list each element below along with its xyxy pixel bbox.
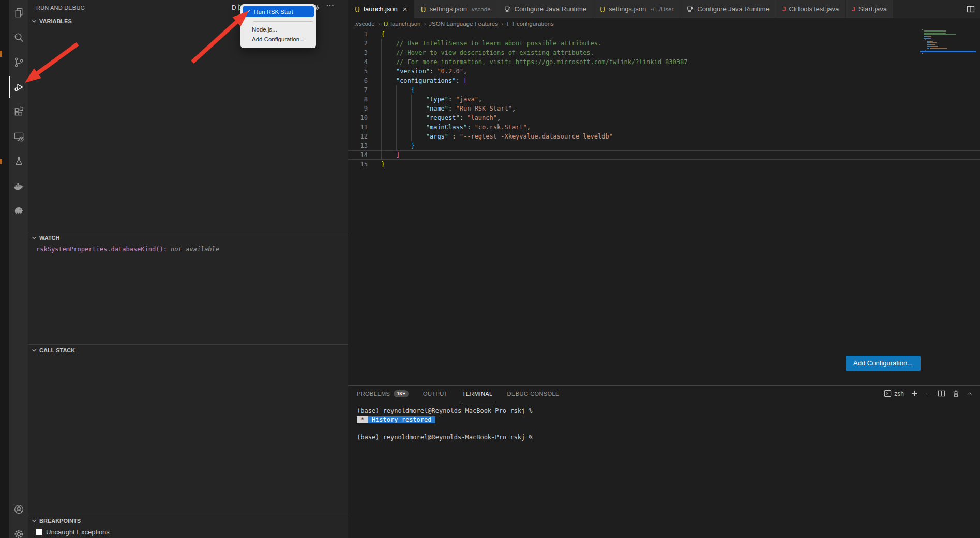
- json-icon: {}: [383, 21, 388, 26]
- activity-item-run-and-debug[interactable]: [9, 74, 28, 99]
- kill-terminal-trash-icon[interactable]: [952, 390, 960, 397]
- gutter-line-number[interactable]: 8: [348, 95, 368, 104]
- watch-section-header[interactable]: WATCH: [28, 232, 348, 243]
- dropdown-item-add-configuration-[interactable]: Add Configuration...: [240, 35, 316, 44]
- panel-tab-debug-console[interactable]: DEBUG CONSOLE: [507, 386, 560, 402]
- manage-icon: [13, 528, 25, 538]
- code-line[interactable]: 3 // Hover to view descriptions of exist…: [348, 48, 980, 57]
- gutter-line-number[interactable]: 2: [348, 39, 368, 48]
- tab-launch-json[interactable]: {}launch.json×: [348, 0, 414, 18]
- breadcrumb-item-launch-json[interactable]: {}launch.json: [383, 21, 420, 27]
- minimap[interactable]: [922, 29, 974, 66]
- gutter-line-number[interactable]: 11: [348, 122, 368, 132]
- activity-item-explorer[interactable]: [9, 0, 28, 25]
- panel-tab-terminal[interactable]: TERMINAL: [462, 386, 493, 402]
- sidebar-title: RUN AND DEBUG: [36, 5, 85, 11]
- uncaught-exceptions-row[interactable]: Uncaught Exceptions: [28, 528, 348, 536]
- tab-settings-json[interactable]: {}settings.json~/.../User: [593, 0, 680, 18]
- config-select-partial-text: D: [232, 4, 236, 11]
- tab-configure-java-runtime[interactable]: Configure Java Runtime: [497, 0, 593, 18]
- gutter-line-number[interactable]: 7: [348, 85, 368, 95]
- edge-mark: [0, 159, 2, 164]
- new-terminal-plus-icon[interactable]: [911, 390, 918, 397]
- minimap-line: [922, 53, 974, 54]
- activity-item-gradle[interactable]: [9, 198, 28, 223]
- code-editor[interactable]: 1{2 // Use IntelliSense to learn about p…: [348, 29, 980, 169]
- add-configuration-button[interactable]: Add Configuration...: [846, 356, 921, 371]
- panel-tab-label: PROBLEMS: [357, 391, 390, 397]
- code-line[interactable]: 8 "type": "java",: [348, 95, 980, 104]
- code-line[interactable]: 7 {: [348, 85, 980, 95]
- more-actions-icon[interactable]: ⋯: [326, 1, 335, 10]
- watch-expression-row[interactable]: rskSystemProperties.databaseKind(): not …: [28, 245, 348, 253]
- breakpoints-section: BREAKPOINTS Uncaught Exceptions: [28, 515, 348, 538]
- tab-label: Configure Java Runtime: [697, 5, 769, 13]
- activity-item-accounts[interactable]: [9, 497, 28, 521]
- code-line[interactable]: 11 "mainClass": "co.rsk.Start",: [348, 122, 980, 132]
- activity-item-search[interactable]: [9, 25, 28, 50]
- gutter-line-number[interactable]: 4: [348, 57, 368, 67]
- gutter-line-number[interactable]: 10: [348, 113, 368, 122]
- code-line[interactable]: 13 }: [348, 141, 980, 150]
- breadcrumb-item--vscode[interactable]: .vscode: [354, 21, 375, 27]
- terminal-text: *: [357, 416, 368, 423]
- minimap-line: [922, 34, 974, 35]
- gutter-line-number[interactable]: 6: [348, 76, 368, 85]
- code-line[interactable]: 4 // For more information, visit: https:…: [348, 57, 980, 67]
- tab-start-java[interactable]: JStart.java: [846, 0, 894, 18]
- activity-item-manage[interactable]: [9, 521, 28, 538]
- gutter-line-number[interactable]: 1: [348, 29, 368, 39]
- code-line[interactable]: 9 "name": "Run RSK Start",: [348, 104, 980, 113]
- code-line[interactable]: 6 "configurations": [: [348, 76, 980, 85]
- activity-item-docker[interactable]: [9, 174, 28, 198]
- terminal-text: (base) reynoldmorel@Reynolds-MacBook-Pro…: [357, 434, 533, 441]
- maximize-panel-chevron-icon[interactable]: [967, 391, 973, 397]
- code-line[interactable]: 14 ]: [348, 150, 980, 160]
- gutter-line-number[interactable]: 14: [348, 150, 368, 160]
- tab-settings-json[interactable]: {}settings.json.vscode: [414, 0, 497, 18]
- panel-toolbar: zsh: [884, 390, 973, 397]
- gutter-line-number[interactable]: 3: [348, 48, 368, 57]
- code-line[interactable]: 15}: [348, 160, 980, 169]
- gutter-line-number[interactable]: 13: [348, 141, 368, 150]
- activity-item-remote-explorer[interactable]: [9, 124, 28, 149]
- terminal-instance-selector[interactable]: zsh: [884, 390, 904, 397]
- close-icon[interactable]: ×: [403, 5, 408, 13]
- gutter-line-number[interactable]: 12: [348, 132, 368, 141]
- gutter-line-number[interactable]: 15: [348, 160, 368, 169]
- tab-clitoolstest-java[interactable]: JCliToolsTest.java: [776, 0, 846, 18]
- breadcrumb-label: configurations: [517, 21, 554, 27]
- run-and-debug-icon: [13, 81, 25, 93]
- minimap-line: [922, 29, 974, 30]
- code-line[interactable]: 12 "args" : "--regtest -Xkeyvalue.dataso…: [348, 132, 980, 141]
- code-line[interactable]: 10 "request": "launch",: [348, 113, 980, 122]
- panel-tab-problems[interactable]: PROBLEMS1K+: [357, 386, 409, 402]
- call-stack-section-header[interactable]: CALL STACK: [28, 345, 348, 356]
- call-stack-section: CALL STACK: [28, 344, 348, 515]
- uncaught-exceptions-checkbox[interactable]: [36, 529, 42, 535]
- java-file-icon: J: [782, 6, 786, 13]
- breakpoints-section-header[interactable]: BREAKPOINTS: [28, 515, 348, 527]
- dropdown-selected-item[interactable]: ✓ Run RSK Start: [243, 6, 314, 17]
- minimap-line: [922, 46, 974, 47]
- gutter-line-number[interactable]: 9: [348, 104, 368, 113]
- breadcrumb-item-configurations[interactable]: [ ]configurations: [506, 21, 554, 27]
- problems-count-badge: 1K+: [394, 390, 409, 397]
- json-icon: {}: [354, 6, 360, 12]
- terminal-output[interactable]: (base) reynoldmorel@Reynolds-MacBook-Pro…: [357, 407, 975, 538]
- tab-label: Start.java: [858, 5, 887, 13]
- gutter-line-number[interactable]: 5: [348, 67, 368, 76]
- activity-item-source-control[interactable]: [9, 50, 28, 74]
- code-line[interactable]: 1{: [348, 29, 980, 39]
- dropdown-item-node-js-[interactable]: Node.js...: [240, 25, 316, 35]
- activity-item-extensions[interactable]: [9, 99, 28, 124]
- code-line[interactable]: 2 // Use IntelliSense to learn about pos…: [348, 39, 980, 48]
- split-terminal-icon[interactable]: [938, 390, 945, 397]
- breadcrumb-item-json-language-features[interactable]: JSON Language Features: [429, 21, 498, 27]
- code-line[interactable]: 5 "version": "0.2.0",: [348, 67, 980, 76]
- terminal-dropdown-chevron-icon[interactable]: [925, 391, 931, 396]
- tab-configure-java-runtime[interactable]: Configure Java Runtime: [680, 0, 776, 18]
- activity-item-testing[interactable]: [9, 149, 28, 174]
- split-editor-icon[interactable]: [967, 5, 975, 13]
- panel-tab-output[interactable]: OUTPUT: [423, 386, 448, 402]
